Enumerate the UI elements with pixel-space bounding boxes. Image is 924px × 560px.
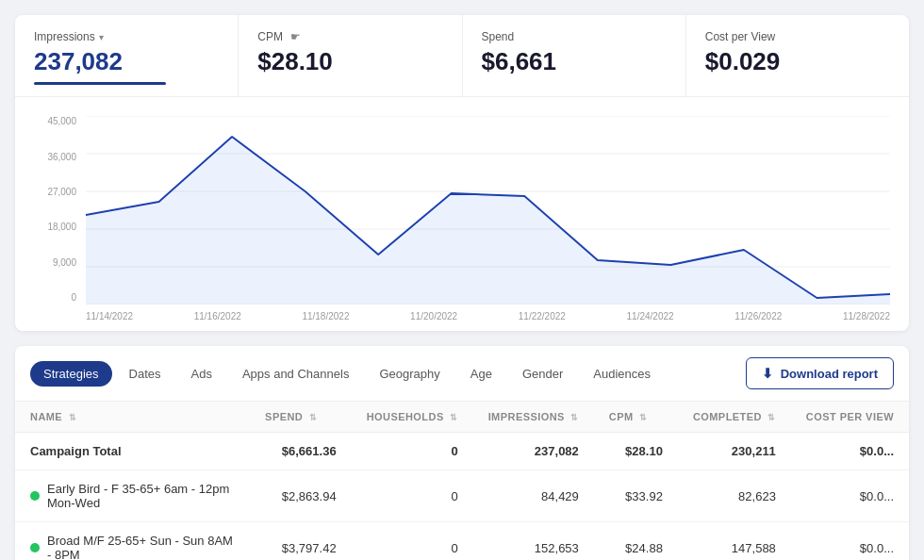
table-row: Early Bird - F 35-65+ 6am - 12pm Mon-Wed… <box>15 470 909 522</box>
strategies-table: NAME ⇅ SPEND ⇅ HOUSEHOLDS ⇅ IMPRESSIONS … <box>15 402 909 560</box>
cell-spend-row1: $2,863.94 <box>250 470 352 522</box>
download-icon: ⬇ <box>762 366 773 381</box>
spend-value: $6,661 <box>482 47 667 76</box>
col-header-cpm: CPM ⇅ <box>594 402 678 433</box>
cell-cpv-total: $0.0... <box>791 433 909 470</box>
sort-icon-households[interactable]: ⇅ <box>450 413 457 422</box>
y-label-5: 45,000 <box>34 116 76 126</box>
metric-cpm: CPM ☛ $28.10 <box>239 15 462 96</box>
tab-ads[interactable]: Ads <box>178 361 225 387</box>
col-header-spend: SPEND ⇅ <box>250 402 352 433</box>
chart-container <box>86 116 890 307</box>
x-label-5: 11/24/2022 <box>627 311 674 321</box>
cell-cpm-row2: $24.88 <box>594 522 678 560</box>
cell-households-total: 0 <box>352 433 473 470</box>
impressions-label[interactable]: Impressions ▾ <box>34 30 219 43</box>
impressions-value: 237,082 <box>34 47 219 76</box>
col-header-completed: COMPLETED ⇅ <box>678 402 791 433</box>
cell-cpv-row2: $0.0... <box>791 522 909 560</box>
chart-svg <box>86 116 890 305</box>
tab-gender[interactable]: Gender <box>509 361 576 387</box>
table-row: Campaign Total $6,661.36 0 237,082 $28.1… <box>15 433 909 470</box>
tab-audiences[interactable]: Audiences <box>580 361 664 387</box>
col-header-name: NAME ⇅ <box>15 402 250 433</box>
cell-completed-total: 230,211 <box>678 433 791 470</box>
col-header-impressions: IMPRESSIONS ⇅ <box>473 402 594 433</box>
table-row: Broad M/F 25-65+ Sun - Sun 8AM - 8PM $3,… <box>15 522 909 560</box>
x-label-1: 11/16/2022 <box>194 311 241 321</box>
chevron-down-icon: ▾ <box>99 32 104 42</box>
sort-icon-completed[interactable]: ⇅ <box>767 413 775 422</box>
cell-impressions-row2: 152,653 <box>473 522 594 560</box>
chart-area: 45,000 36,000 27,000 18,000 9,000 0 <box>15 97 909 331</box>
tabs-row: Strategies Dates Ads Apps and Channels G… <box>15 346 909 402</box>
table-card: Strategies Dates Ads Apps and Channels G… <box>15 346 909 560</box>
tab-dates[interactable]: Dates <box>116 361 174 387</box>
download-report-button[interactable]: ⬇ Download report <box>746 357 894 389</box>
cell-cpv-row1: $0.0... <box>791 470 909 522</box>
tab-apps-channels[interactable]: Apps and Channels <box>229 361 362 387</box>
tab-strategies[interactable]: Strategies <box>30 361 112 387</box>
x-label-4: 11/22/2022 <box>519 311 566 321</box>
cell-name-row2: Broad M/F 25-65+ Sun - Sun 8AM - 8PM <box>15 522 250 560</box>
cell-name-row1: Early Bird - F 35-65+ 6am - 12pm Mon-Wed <box>15 470 250 522</box>
sort-icon-name[interactable]: ⇅ <box>69 413 76 422</box>
strategy-name-row1: Early Bird - F 35-65+ 6am - 12pm Mon-Wed <box>30 482 235 510</box>
cell-name-total: Campaign Total <box>15 433 250 470</box>
sort-icon-spend[interactable]: ⇅ <box>309 413 317 422</box>
y-axis: 45,000 36,000 27,000 18,000 9,000 0 <box>34 116 76 303</box>
metric-cost-per-view: Cost per View $0.029 <box>686 15 909 96</box>
table-header-row: NAME ⇅ SPEND ⇅ HOUSEHOLDS ⇅ IMPRESSIONS … <box>15 402 909 433</box>
status-dot-row1 <box>30 491 40 501</box>
y-label-0: 0 <box>34 292 76 303</box>
tab-geography[interactable]: Geography <box>366 361 453 387</box>
cpm-label: CPM ☛ <box>257 30 442 43</box>
metric-impressions[interactable]: Impressions ▾ 237,082 <box>15 15 239 96</box>
x-label-7: 11/28/2022 <box>843 311 890 321</box>
x-axis: 11/14/2022 11/16/2022 11/18/2022 11/20/2… <box>86 311 890 321</box>
x-label-0: 11/14/2022 <box>86 311 133 321</box>
y-label-2: 18,000 <box>34 222 76 232</box>
cell-spend-row2: $3,797.42 <box>250 522 352 560</box>
metric-spend: Spend $6,661 <box>463 15 686 96</box>
impressions-underline <box>34 82 166 85</box>
tab-age[interactable]: Age <box>457 361 505 387</box>
col-header-cpv: COST PER VIEW <box>791 402 909 433</box>
spend-label: Spend <box>482 30 667 43</box>
status-dot-row2 <box>30 543 40 552</box>
cell-cpm-total: $28.10 <box>594 433 678 470</box>
cpv-label: Cost per View <box>705 30 890 43</box>
cell-households-row2: 0 <box>352 522 473 560</box>
y-label-4: 36,000 <box>34 152 76 162</box>
cell-completed-row2: 147,588 <box>678 522 791 560</box>
sort-icon-cpm[interactable]: ⇅ <box>639 413 647 422</box>
strategy-name-row2: Broad M/F 25-65+ Sun - Sun 8AM - 8PM <box>30 534 235 560</box>
cell-cpm-row1: $33.92 <box>594 470 678 522</box>
x-label-6: 11/26/2022 <box>734 311 782 321</box>
x-label-3: 11/20/2022 <box>410 311 457 321</box>
metrics-card: Impressions ▾ 237,082 CPM ☛ $28.10 Spend <box>15 15 909 331</box>
cell-impressions-row1: 84,429 <box>473 470 594 522</box>
cell-impressions-total: 237,082 <box>473 433 594 470</box>
cpm-value: $28.10 <box>257 47 442 76</box>
y-label-1: 9,000 <box>34 257 76 268</box>
x-label-2: 11/18/2022 <box>302 311 349 321</box>
cell-spend-total: $6,661.36 <box>250 433 352 470</box>
cell-households-row1: 0 <box>352 470 473 522</box>
col-header-households: HOUSEHOLDS ⇅ <box>352 402 473 433</box>
sort-icon-impressions[interactable]: ⇅ <box>570 413 578 422</box>
metrics-row: Impressions ▾ 237,082 CPM ☛ $28.10 Spend <box>15 15 909 97</box>
cursor-icon: ☛ <box>290 30 301 43</box>
cell-completed-row1: 82,623 <box>678 470 791 522</box>
cpv-value: $0.029 <box>705 47 890 76</box>
y-label-3: 27,000 <box>34 187 76 197</box>
